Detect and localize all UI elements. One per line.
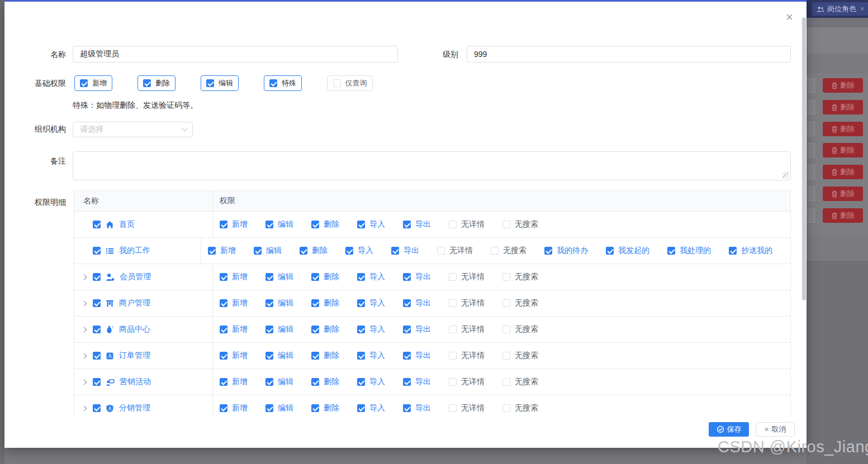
checkbox[interactable] bbox=[403, 352, 411, 360]
tab-label: 岗位角色 bbox=[827, 4, 856, 14]
checkbox[interactable] bbox=[220, 221, 227, 228]
checkbox[interactable] bbox=[403, 299, 411, 307]
checkbox[interactable] bbox=[502, 378, 510, 386]
checkbox[interactable] bbox=[254, 247, 262, 255]
checkbox[interactable] bbox=[220, 404, 227, 412]
checkbox[interactable] bbox=[502, 299, 510, 307]
checkbox[interactable] bbox=[93, 299, 101, 307]
checkbox[interactable] bbox=[345, 247, 353, 255]
checkbox[interactable] bbox=[93, 273, 101, 281]
checkbox[interactable] bbox=[311, 326, 319, 333]
name-input[interactable] bbox=[73, 46, 398, 63]
checkbox[interactable] bbox=[220, 299, 227, 307]
expand-chevron-icon[interactable] bbox=[82, 275, 87, 280]
checkbox[interactable] bbox=[449, 221, 457, 228]
checkbox[interactable] bbox=[357, 352, 365, 360]
remark-textarea[interactable] bbox=[73, 151, 791, 180]
checkbox[interactable] bbox=[449, 299, 457, 307]
dialog-scrollbar[interactable] bbox=[802, 17, 806, 300]
checkbox[interactable] bbox=[502, 326, 510, 333]
checkbox[interactable] bbox=[391, 247, 399, 255]
checkbox[interactable] bbox=[502, 352, 510, 360]
permission-option-label: 无详情 bbox=[449, 246, 473, 256]
checkbox[interactable] bbox=[357, 378, 365, 386]
checkbox[interactable] bbox=[93, 326, 101, 333]
checkbox[interactable] bbox=[502, 221, 510, 228]
checkbox[interactable] bbox=[449, 273, 457, 281]
checkbox[interactable] bbox=[265, 326, 273, 333]
expand-chevron-icon[interactable] bbox=[82, 406, 87, 412]
checkbox[interactable] bbox=[403, 273, 411, 281]
checkbox[interactable] bbox=[265, 378, 273, 386]
expand-chevron-icon[interactable] bbox=[82, 380, 87, 385]
checkbox[interactable] bbox=[449, 378, 457, 386]
checkbox[interactable] bbox=[93, 221, 101, 228]
checkbox[interactable] bbox=[206, 79, 214, 87]
base-permission-option[interactable]: 新增 bbox=[74, 75, 112, 91]
save-button[interactable]: 保存 bbox=[709, 422, 749, 437]
checkbox[interactable] bbox=[403, 326, 411, 333]
checkbox[interactable] bbox=[311, 378, 319, 386]
checkbox[interactable] bbox=[300, 247, 307, 255]
checkbox[interactable] bbox=[403, 378, 411, 386]
expand-chevron-icon[interactable] bbox=[82, 301, 87, 307]
checkbox[interactable] bbox=[403, 221, 411, 228]
checkbox[interactable] bbox=[449, 326, 457, 333]
checkbox[interactable] bbox=[269, 79, 277, 87]
base-permission-option[interactable]: 删除 bbox=[137, 75, 176, 91]
checkbox[interactable] bbox=[220, 273, 227, 281]
checkbox[interactable] bbox=[729, 247, 737, 255]
checkbox[interactable] bbox=[311, 221, 319, 228]
permission-option-label: 无详情 bbox=[461, 324, 485, 334]
checkbox[interactable] bbox=[449, 352, 457, 360]
base-permission-option[interactable]: 编辑 bbox=[201, 75, 239, 91]
organization-select[interactable]: 请选择 bbox=[73, 122, 193, 137]
checkbox[interactable] bbox=[357, 404, 365, 412]
checkbox[interactable] bbox=[265, 352, 273, 360]
checkbox[interactable] bbox=[403, 404, 411, 412]
checkbox[interactable] bbox=[143, 79, 151, 87]
checkbox[interactable] bbox=[265, 404, 273, 412]
checkbox[interactable] bbox=[357, 299, 365, 307]
checkbox[interactable] bbox=[606, 247, 614, 255]
checkbox[interactable] bbox=[667, 247, 675, 255]
checkbox[interactable] bbox=[80, 79, 88, 87]
checkbox[interactable] bbox=[357, 273, 365, 281]
dialog-close-icon[interactable]: × bbox=[786, 11, 793, 23]
menu-name-label: 分销管理 bbox=[119, 403, 150, 413]
checkbox[interactable] bbox=[333, 79, 341, 87]
expand-chevron-icon[interactable] bbox=[82, 327, 87, 333]
textarea-resize-handle[interactable] bbox=[782, 172, 789, 179]
checkbox[interactable] bbox=[208, 247, 216, 255]
save-button-label: 保存 bbox=[727, 424, 742, 434]
checkbox[interactable] bbox=[437, 247, 445, 255]
checkbox[interactable] bbox=[491, 247, 499, 255]
checkbox[interactable] bbox=[357, 221, 365, 228]
checkbox[interactable] bbox=[544, 247, 552, 255]
checkbox[interactable] bbox=[93, 378, 101, 386]
checkbox[interactable] bbox=[502, 404, 510, 412]
checkbox[interactable] bbox=[93, 404, 101, 412]
checkbox[interactable] bbox=[220, 326, 227, 333]
checkbox[interactable] bbox=[449, 404, 457, 412]
checkbox[interactable] bbox=[265, 273, 273, 281]
checkbox[interactable] bbox=[220, 352, 227, 360]
checkbox[interactable] bbox=[311, 273, 319, 281]
checkbox[interactable] bbox=[357, 326, 365, 333]
base-permission-option[interactable]: 仅查询 bbox=[327, 75, 373, 91]
base-permission-option[interactable]: 特殊 bbox=[264, 75, 302, 91]
cancel-button[interactable]: × 取消 bbox=[756, 422, 795, 437]
checkbox[interactable] bbox=[311, 352, 319, 360]
expand-chevron-icon[interactable] bbox=[82, 353, 87, 359]
checkbox[interactable] bbox=[93, 352, 101, 360]
permission-option: 编辑 bbox=[265, 219, 293, 229]
checkbox[interactable] bbox=[265, 299, 273, 307]
checkbox[interactable] bbox=[502, 273, 510, 281]
checkbox[interactable] bbox=[265, 221, 273, 228]
checkbox[interactable] bbox=[311, 404, 319, 412]
checkbox[interactable] bbox=[311, 299, 319, 307]
checkbox[interactable] bbox=[220, 378, 227, 386]
checkbox[interactable] bbox=[93, 247, 101, 255]
permission-option: 新增 bbox=[208, 246, 236, 256]
level-input[interactable] bbox=[467, 46, 791, 63]
